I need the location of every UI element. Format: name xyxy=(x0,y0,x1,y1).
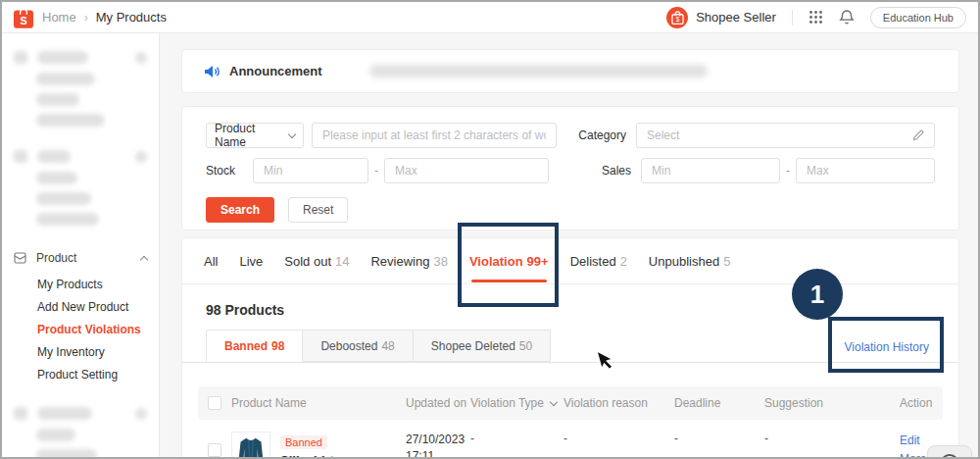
violation-reason-value: - xyxy=(564,432,674,445)
announcement-label: Announcement xyxy=(229,64,322,78)
announcement-redacted-text xyxy=(369,65,708,77)
chevron-icon xyxy=(135,408,147,420)
sidebar-item-redacted[interactable] xyxy=(36,213,99,226)
tab-all[interactable]: All xyxy=(204,238,218,284)
redacted-section-icon xyxy=(14,407,27,420)
sidebar-item-redacted[interactable] xyxy=(36,172,77,184)
sidebar-section-redacted-3[interactable] xyxy=(2,407,159,420)
sales-label: Sales xyxy=(602,164,631,178)
violation-subtabs: Banned98 Deboosted48 Shopee Deleted50 Vi… xyxy=(182,330,958,363)
sidebar-item-redacted[interactable] xyxy=(36,192,91,205)
tab-sold-out[interactable]: Sold out14 xyxy=(284,238,349,284)
updated-time: 17:11 xyxy=(406,448,470,459)
sidebar-section-redacted-1[interactable] xyxy=(2,51,159,64)
product-name: Silk shirt xyxy=(280,453,334,459)
search-button[interactable]: Search xyxy=(206,197,274,223)
category-select[interactable]: Select xyxy=(636,123,935,148)
svg-text:S: S xyxy=(20,15,26,26)
category-placeholder: Select xyxy=(647,128,912,142)
announcement-banner: Announcement xyxy=(181,49,959,93)
sidebar-item-product-setting[interactable]: Product Setting xyxy=(2,368,159,382)
reset-button[interactable]: Reset xyxy=(288,197,348,223)
header-divider xyxy=(792,10,793,26)
sales-min-input[interactable] xyxy=(641,158,780,183)
filter-panel: Product Name Category Select Stock xyxy=(181,106,959,230)
range-dash: - xyxy=(374,164,378,178)
sidebar-item-my-inventory[interactable]: My Inventory xyxy=(2,345,159,359)
main-content: Announcement Product Name Category Selec… xyxy=(160,33,978,457)
pencil-edit-icon xyxy=(912,129,924,141)
sidebar-item-redacted[interactable] xyxy=(36,73,95,85)
select-all-checkbox[interactable] xyxy=(208,396,221,410)
tab-reviewing[interactable]: Reviewing38 xyxy=(370,238,447,284)
col-product-name: Product Name xyxy=(231,396,406,410)
top-header: S Home › My Products $ Shopee Seller Edu… xyxy=(2,2,978,33)
chevron-down-icon xyxy=(288,130,296,138)
tab-live[interactable]: Live xyxy=(239,238,263,284)
sidebar-item-redacted[interactable] xyxy=(36,114,105,127)
search-type-value: Product Name xyxy=(215,122,289,149)
table-row: Banned Silk shirt 27/10/2023 17:11 - - -… xyxy=(198,420,943,459)
sidebar-item-add-new-product[interactable]: Add New Product xyxy=(2,300,159,314)
stock-min-input[interactable] xyxy=(253,158,368,183)
stock-label: Stock xyxy=(206,164,253,178)
status-tabs: All Live Sold out14 Reviewing38 Violatio… xyxy=(182,238,958,284)
stock-max-input[interactable] xyxy=(384,158,549,183)
notification-bell-icon[interactable] xyxy=(839,9,855,26)
announcement-speaker-icon xyxy=(204,64,220,79)
updated-date: 27/10/2023 xyxy=(406,432,470,448)
banned-badge: Banned xyxy=(280,435,327,449)
col-action: Action xyxy=(900,396,943,410)
svg-text:$: $ xyxy=(675,16,679,23)
col-suggestion: Suggestion xyxy=(764,396,900,410)
redacted-section-icon xyxy=(14,51,27,64)
sidebar-item-redacted[interactable] xyxy=(36,449,97,459)
tab-delisted[interactable]: Delisted2 xyxy=(570,238,627,284)
subtab-shopee-deleted[interactable]: Shopee Deleted50 xyxy=(414,330,551,362)
tab-unpublished[interactable]: Unpublished5 xyxy=(649,238,731,284)
sidebar-item-redacted[interactable] xyxy=(36,93,79,106)
sidebar-section-product[interactable]: Product xyxy=(2,251,159,265)
subtab-deboosted[interactable]: Deboosted48 xyxy=(303,330,413,362)
breadcrumb-home[interactable]: Home xyxy=(42,10,76,25)
table-header-row: Product Name Updated on Violation Type V… xyxy=(198,386,943,420)
col-deadline: Deadline xyxy=(674,396,764,410)
sidebar-item-product-violations[interactable]: Product Violations xyxy=(2,323,159,336)
violation-history-link[interactable]: Violation History xyxy=(845,340,929,354)
products-table: Product Name Updated on Violation Type V… xyxy=(198,386,943,459)
chevron-up-icon xyxy=(140,255,148,263)
chat-icon xyxy=(940,454,959,459)
subtab-banned[interactable]: Banned98 xyxy=(206,330,303,362)
chevron-down-icon xyxy=(550,398,558,406)
education-hub-button[interactable]: Education Hub xyxy=(870,7,966,28)
seller-avatar[interactable]: $ xyxy=(666,7,688,28)
row-checkbox[interactable] xyxy=(208,443,221,457)
chevron-icon xyxy=(135,151,147,163)
range-dash: - xyxy=(786,164,790,178)
product-thumbnail xyxy=(231,432,270,459)
products-count-heading: 98 Products xyxy=(182,284,958,318)
seller-center-screen: S Home › My Products $ Shopee Seller Edu… xyxy=(0,0,980,459)
tab-violation[interactable]: Violation99+ xyxy=(469,238,549,284)
category-label: Category xyxy=(578,128,626,142)
violation-type-value: - xyxy=(470,432,564,445)
product-box-icon xyxy=(14,252,26,264)
chat-widget-button[interactable] xyxy=(927,445,972,459)
col-updated-on: Updated on xyxy=(406,396,470,410)
products-panel: All Live Sold out14 Reviewing38 Violatio… xyxy=(181,237,959,459)
sidebar-item-redacted[interactable] xyxy=(36,429,75,441)
shopee-logo-icon[interactable]: S xyxy=(14,7,33,28)
breadcrumb-separator: › xyxy=(84,11,88,25)
col-violation-type[interactable]: Violation Type xyxy=(470,396,564,410)
col-violation-reason: Violation reason xyxy=(564,396,674,410)
sidebar-nav: Product My Products Add New Product Prod… xyxy=(2,33,160,457)
sidebar-item-my-products[interactable]: My Products xyxy=(2,278,159,291)
sales-max-input[interactable] xyxy=(796,158,935,183)
sidebar-section-redacted-2[interactable] xyxy=(2,150,159,163)
search-type-select[interactable]: Product Name xyxy=(206,123,304,148)
keyword-search-input[interactable] xyxy=(312,123,557,148)
apps-grid-icon[interactable] xyxy=(808,10,823,25)
breadcrumb-current: My Products xyxy=(96,10,167,25)
account-name[interactable]: Shopee Seller xyxy=(696,10,776,25)
deadline-value: - xyxy=(674,432,764,445)
